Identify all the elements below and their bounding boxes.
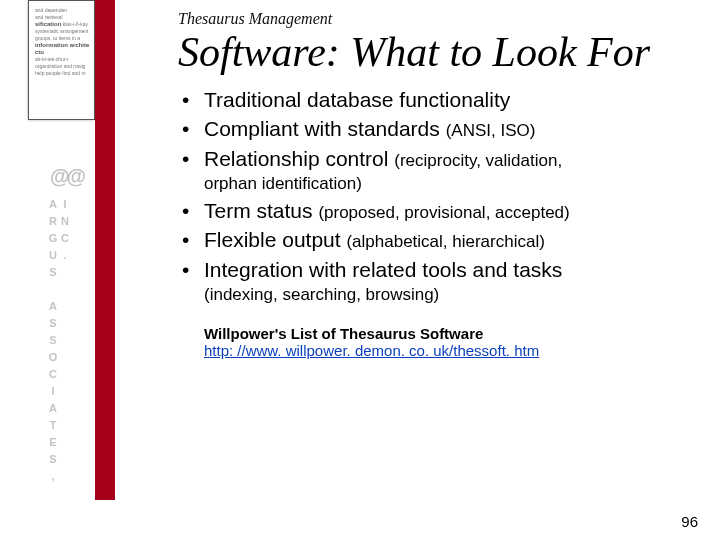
brand-name: ARGUS ASSOCIATES, INC. [47, 198, 71, 498]
bullet-sub: (proposed, provisional, accepted) [318, 203, 569, 222]
brand-logo: @@ [50, 165, 68, 188]
footer-link[interactable]: http: //www. willpower. demon. co. uk/th… [204, 342, 539, 359]
bullet-main: Compliant with standards [204, 117, 446, 140]
list-item: Compliant with standards (ANSI, ISO) [178, 115, 698, 143]
bullet-sub: (ANSI, ISO) [446, 121, 536, 140]
list-item: Relationship control (reciprocity, valid… [178, 145, 698, 196]
book-thumbnail: and dependenand retrieval sification kla… [28, 0, 95, 120]
bullet-main: Traditional database functionality [204, 88, 510, 111]
footer-note: Willpower's List of Thesaurus Software [204, 325, 698, 342]
bullet-list: Traditional database functionality Compl… [178, 86, 698, 307]
slide-supertitle: Thesaurus Management [178, 10, 698, 28]
bullet-subline: orphan identification) [204, 173, 698, 196]
bullet-main: Flexible output [204, 228, 346, 251]
slide-content: Thesaurus Management Software: What to L… [178, 10, 698, 360]
bullet-sub: (alphabetical, hierarchical) [346, 232, 544, 251]
brand-block: @@ [50, 165, 68, 198]
bullet-sub: (reciprocity, validation, [394, 151, 562, 170]
red-accent-bar [95, 0, 115, 500]
list-item: Integration with related tools and tasks… [178, 256, 698, 307]
bullet-main: Integration with related tools and tasks [204, 258, 562, 281]
list-item: Term status (proposed, provisional, acce… [178, 197, 698, 225]
page-number: 96 [681, 513, 698, 530]
book-thumbnail-text: and dependenand retrieval sification kla… [29, 1, 94, 81]
bullet-main: Relationship control [204, 147, 394, 170]
left-column: and dependenand retrieval sification kla… [0, 0, 95, 540]
list-item: Traditional database functionality [178, 86, 698, 114]
bullet-main: Term status [204, 199, 318, 222]
list-item: Flexible output (alphabetical, hierarchi… [178, 226, 698, 254]
slide-title: Software: What to Look For [178, 30, 698, 74]
bullet-subline: (indexing, searching, browsing) [204, 284, 698, 307]
